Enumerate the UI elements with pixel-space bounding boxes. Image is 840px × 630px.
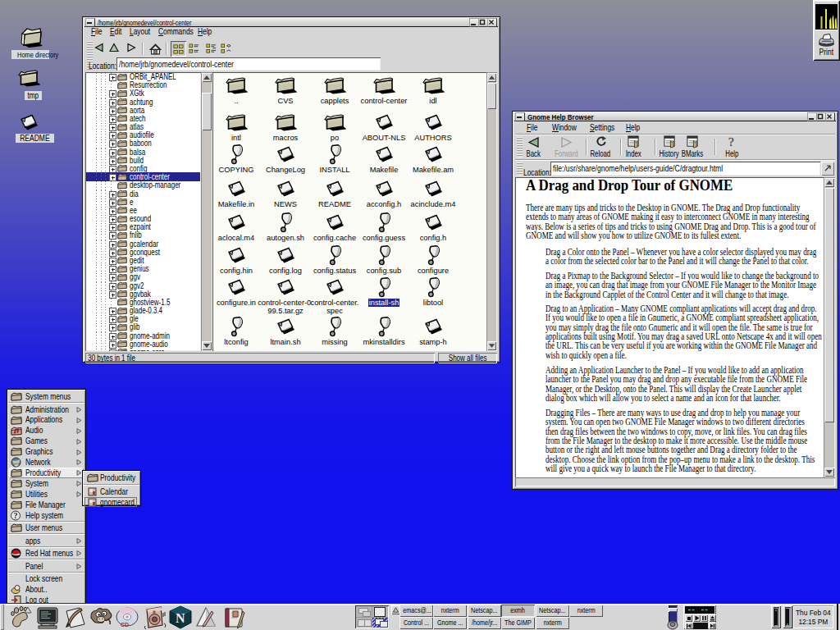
svg-text:?: ? [728, 135, 734, 148]
svg-text:N: N [176, 611, 185, 625]
svg-text:CD: CD [121, 622, 129, 628]
svg-text:?: ? [14, 511, 18, 520]
